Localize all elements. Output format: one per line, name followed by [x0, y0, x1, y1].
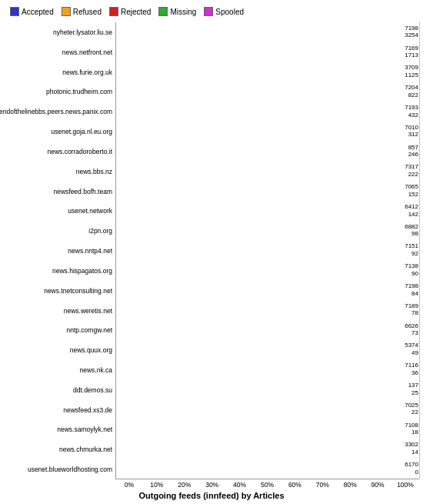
bar-value-label: 702522 [405, 402, 419, 416]
legend-color-spooled [204, 7, 213, 16]
y-label: news.tnetconsulting.net [4, 281, 115, 301]
y-label: photonic.trudheim.com [4, 82, 115, 102]
bar-row: 710818 [116, 419, 419, 439]
bar-row: 537449 [116, 340, 419, 360]
bar-value-label: 330214 [405, 442, 419, 456]
bar-value-label: 662673 [405, 322, 419, 337]
legend-item-accepted: Accepted [10, 7, 54, 16]
y-label: i2pn.org [4, 221, 115, 241]
bar-row: 71983254 [116, 22, 419, 42]
legend-label-spooled: Spooled [215, 8, 244, 16]
legend-item-spooled: Spooled [204, 7, 244, 16]
legend-color-missing [158, 7, 168, 16]
x-tick: 30% [198, 481, 226, 489]
chart-container: AcceptedRefusedRejectedMissingSpooled ny… [0, 0, 423, 504]
y-label: usenet.network [4, 201, 115, 221]
bar-row: 6412142 [116, 201, 419, 221]
y-label: news.nntp4.net [4, 241, 115, 261]
bar-row: 688298 [116, 221, 419, 241]
bar-row: 662673 [116, 320, 419, 340]
y-label: news.netfront.net [4, 42, 115, 62]
y-label: news.samoylyk.net [4, 420, 115, 440]
legend-color-refused [62, 7, 71, 16]
bar-row: 61700 [116, 459, 419, 479]
bar-value-label: 710818 [405, 422, 419, 436]
x-axis-title: Outgoing feeds (innfeed) by Articles [4, 491, 419, 500]
legend-label-accepted: Accepted [22, 8, 54, 16]
bar-value-label: 6412142 [405, 203, 419, 218]
bar-value-label: 7193432 [405, 104, 419, 118]
y-labels: nyheter.lysator.liu.senews.netfront.netn… [4, 22, 115, 479]
bar-row: 330214 [116, 439, 419, 459]
x-tick: 50% [254, 481, 281, 489]
y-label: news.bbs.nz [4, 162, 115, 182]
bar-row: 71691713 [116, 42, 419, 62]
bar-value-label: 537449 [405, 342, 419, 357]
bar-row: 702522 [116, 399, 419, 419]
y-label: nntp.comgw.net [4, 320, 115, 340]
bar-row: 7317222 [116, 161, 419, 181]
legend-label-rejected: Rejected [121, 8, 151, 16]
bar-row: 7010312 [116, 122, 419, 142]
y-label: news.weretis.net [4, 301, 115, 321]
y-label: usenet.goja.nl.eu.org [4, 122, 115, 142]
bar-row: 719884 [116, 280, 419, 300]
bars-area: 7198325471691713370911257204822719343270… [115, 22, 419, 479]
bar-row: 715192 [116, 241, 419, 261]
bar-value-label: 688298 [405, 223, 419, 238]
legend-item-rejected: Rejected [109, 7, 151, 16]
x-tick: 70% [308, 481, 336, 489]
legend-item-missing: Missing [158, 7, 196, 16]
legend-label-missing: Missing [170, 8, 196, 16]
bar-value-label: 37091125 [405, 65, 419, 79]
x-axis: 0%10%20%30%40%50%60%70%80%90%100% [115, 479, 419, 489]
legend-label-refused: Refused [73, 8, 102, 16]
bar-row: 37091125 [116, 62, 419, 82]
y-label: newsfeed.xs3.de [4, 400, 115, 420]
bar-value-label: 7065152 [405, 184, 419, 199]
bar-value-label: 7010312 [405, 124, 419, 139]
bar-row: 857246 [116, 142, 419, 162]
grid-line [419, 22, 420, 479]
y-label: news.quux.org [4, 340, 115, 360]
bar-row: 7193432 [116, 102, 419, 122]
x-tick: 10% [143, 481, 171, 489]
x-tick: 100% [391, 481, 419, 489]
bar-value-label: 719884 [405, 282, 419, 297]
bar-value-label: 713890 [405, 263, 419, 278]
bar-value-label: 7317222 [405, 164, 419, 179]
y-label: usenet.blueworldhosting.com [4, 459, 115, 479]
x-tick: 40% [226, 481, 254, 489]
legend: AcceptedRefusedRejectedMissingSpooled [4, 4, 419, 19]
bar-row: 7065152 [116, 181, 419, 201]
y-label: news.furie.org.uk [4, 62, 115, 82]
bar-value-label: 13725 [408, 382, 419, 396]
chart-body: nyheter.lysator.liu.senews.netfront.netn… [4, 22, 419, 479]
y-label: nyheter.lysator.liu.se [4, 22, 115, 42]
y-label: news.hispagatos.org [4, 261, 115, 281]
bar-value-label: 857246 [408, 144, 419, 159]
x-tick: 0% [115, 481, 143, 489]
bar-row: 718978 [116, 300, 419, 320]
bar-row: 13725 [116, 379, 419, 399]
bar-value-label: 711636 [405, 362, 419, 377]
bar-row: 7204822 [116, 82, 419, 102]
y-label: news.chmurka.net [4, 439, 115, 459]
bar-value-label: 61700 [405, 461, 419, 476]
bar-row: 713890 [116, 260, 419, 280]
legend-item-refused: Refused [62, 7, 102, 16]
bar-row: 711636 [116, 359, 419, 379]
bar-value-label: 715192 [405, 243, 419, 258]
legend-color-rejected [109, 7, 118, 16]
bar-value-label: 718978 [405, 302, 419, 317]
bar-value-label: 7204822 [405, 85, 419, 99]
chart-area: nyheter.lysator.liu.senews.netfront.netn… [4, 22, 419, 500]
x-tick: 20% [171, 481, 198, 489]
y-label: news.corradoroberto.it [4, 142, 115, 162]
y-label: news.nk.ca [4, 360, 115, 380]
bar-value-label: 71691713 [405, 45, 419, 59]
bar-value-label: 71983254 [405, 25, 419, 39]
y-label: endofthelinebbs.peers.news.panix.com [4, 102, 115, 122]
y-label: newsfeed.bofh.team [4, 182, 115, 202]
x-tick: 90% [364, 481, 391, 489]
